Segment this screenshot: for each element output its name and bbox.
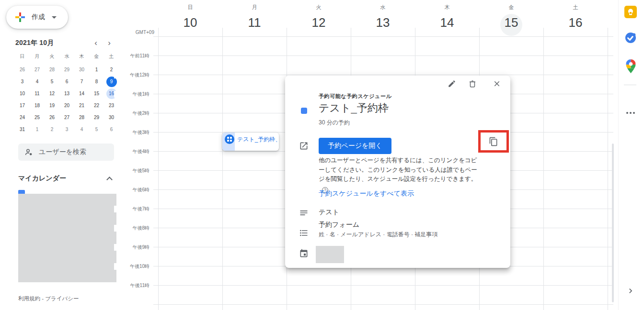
- booking-form-title: 予約フォーム: [319, 221, 359, 229]
- copy-icon: [489, 137, 498, 146]
- mini-calendar-date-number: 14: [77, 89, 87, 99]
- day-number-label: 16: [543, 15, 608, 30]
- grid-hour-line: [153, 304, 613, 305]
- mini-calendar-date[interactable]: 3: [15, 76, 30, 88]
- mini-calendar-date[interactable]: 28: [74, 111, 89, 123]
- get-addons-button[interactable]: [624, 107, 637, 116]
- mini-calendar-date[interactable]: 17: [15, 100, 30, 111]
- maps-icon[interactable]: [626, 59, 638, 72]
- mini-calendar-date-number: 4: [77, 124, 87, 135]
- edit-button[interactable]: [447, 79, 457, 89]
- mini-calendar-date[interactable]: 11: [30, 88, 45, 100]
- share-description: 他のユーザーとページを共有するには、このリンクをコピーしてください。このリンクを…: [319, 156, 482, 193]
- grid-column-line: [543, 36, 544, 310]
- mini-calendar-date[interactable]: 15: [89, 88, 104, 100]
- mini-calendar-date[interactable]: 20: [59, 100, 74, 111]
- mini-calendar-date[interactable]: 1: [89, 64, 104, 76]
- create-button[interactable]: 作成: [6, 6, 68, 29]
- mini-calendar-date[interactable]: 10: [15, 88, 30, 100]
- mini-calendar-date[interactable]: 2: [45, 123, 59, 135]
- mini-calendar-date[interactable]: 29: [89, 111, 104, 123]
- mini-calendar-title: 2021年 10月: [15, 39, 54, 47]
- close-button[interactable]: [492, 79, 502, 89]
- redacted-calendar-name: [316, 246, 344, 263]
- mini-calendar-date[interactable]: 12: [45, 88, 59, 100]
- mini-calendar-date[interactable]: 4: [30, 76, 45, 88]
- close-x-icon: [493, 79, 501, 88]
- terms-privacy-links[interactable]: 利用規約 - プライバシー: [18, 295, 79, 302]
- calendar-scrollbar[interactable]: [612, 144, 614, 302]
- day-header-火[interactable]: 火12: [287, 0, 351, 36]
- day-name-label: 土: [543, 4, 608, 11]
- mini-calendar-date[interactable]: 3: [59, 123, 74, 135]
- mini-calendar-date-number: 28: [47, 65, 58, 75]
- chevron-down-icon: [52, 16, 57, 19]
- day-number-label: 10: [158, 15, 222, 30]
- keep-icon[interactable]: [624, 6, 637, 18]
- grid-hour-line: [153, 36, 613, 37]
- user-search-input[interactable]: ユーザーを検索: [18, 144, 114, 161]
- mini-calendar-date[interactable]: 5: [89, 123, 104, 135]
- mini-calendar-prev-button[interactable]: ‹: [90, 38, 102, 49]
- mini-calendar-date[interactable]: 30: [74, 64, 89, 76]
- mini-calendar-date-number: 15: [92, 89, 102, 99]
- mini-calendar-date[interactable]: 5: [45, 76, 59, 88]
- calendar-icon: [299, 249, 309, 260]
- mini-calendar-date-number: 12: [47, 89, 58, 99]
- mini-calendar-date[interactable]: 28: [45, 64, 59, 76]
- mini-calendar-date[interactable]: 26: [15, 64, 30, 76]
- mini-calendar-next-button[interactable]: ›: [104, 38, 115, 49]
- mini-calendar-date[interactable]: 27: [59, 111, 74, 123]
- mini-calendar-date[interactable]: 24: [15, 111, 30, 123]
- delete-button[interactable]: [468, 79, 477, 89]
- mini-calendar-date[interactable]: 26: [45, 111, 59, 123]
- event-chip-appointment-schedule[interactable]: テスト_予約枠、: [222, 133, 279, 151]
- mini-calendar-date[interactable]: 21: [74, 100, 89, 111]
- hour-label: 午後9時: [114, 244, 153, 251]
- mini-calendar-date[interactable]: 4: [74, 123, 89, 135]
- day-name-label: 日: [158, 4, 222, 11]
- open-booking-page-button[interactable]: 予約ページを開く: [319, 138, 391, 154]
- mini-calendar-date-number: 26: [47, 112, 58, 123]
- day-header-土[interactable]: 土16: [543, 0, 608, 36]
- day-header-月[interactable]: 月11: [222, 0, 287, 36]
- mini-calendar-date[interactable]: 27: [30, 64, 45, 76]
- mini-calendar-date[interactable]: 1: [30, 123, 45, 135]
- tasks-icon[interactable]: [624, 32, 637, 44]
- mini-calendar-date[interactable]: 6: [59, 76, 74, 88]
- mini-calendar-date[interactable]: 13: [59, 88, 74, 100]
- day-number-label: 15: [479, 15, 543, 30]
- mini-calendar-date[interactable]: 29: [59, 64, 74, 76]
- show-all-schedules-link[interactable]: 予約スケジュールをすべて表示: [319, 189, 414, 198]
- mini-calendar-date[interactable]: 25: [30, 111, 45, 123]
- mini-calendar-date[interactable]: 22: [89, 100, 104, 111]
- day-name-label: 木: [415, 4, 479, 11]
- mini-calendar-date[interactable]: 14: [74, 88, 89, 100]
- mini-calendar-date-number: 21: [77, 100, 87, 111]
- mini-calendar-date[interactable]: 8: [89, 76, 104, 88]
- day-header-金[interactable]: 金15: [479, 0, 543, 36]
- day-header-日[interactable]: 日10: [158, 0, 222, 36]
- mini-calendar-date[interactable]: 7: [74, 76, 89, 88]
- open-in-new-icon: [299, 141, 309, 153]
- side-panel-divider: [624, 85, 636, 85]
- copy-link-button[interactable]: [489, 137, 498, 146]
- description-icon: [299, 208, 309, 220]
- mini-calendar-day-header: 金: [89, 49, 104, 64]
- dialog-type-label: 予約可能な予約スケジュール: [319, 93, 391, 100]
- mini-calendar-day-header: 水: [59, 49, 74, 64]
- mini-calendar-date[interactable]: 18: [30, 100, 45, 111]
- mini-calendar-date-number: 25: [32, 112, 43, 123]
- pencil-icon: [448, 79, 456, 88]
- user-search-placeholder: ユーザーを検索: [39, 148, 86, 156]
- hide-side-panel-chevron[interactable]: [626, 286, 635, 296]
- hour-label: 午後6時: [114, 187, 153, 193]
- day-header-水[interactable]: 水13: [351, 0, 415, 36]
- day-header-木[interactable]: 木14: [415, 0, 479, 36]
- mini-calendar-date[interactable]: 19: [45, 100, 59, 111]
- grid-hour-line: [153, 55, 613, 56]
- chevron-up-icon[interactable]: [106, 177, 113, 183]
- mini-calendar-date-number: 31: [17, 124, 28, 135]
- mini-calendar-date[interactable]: 31: [15, 123, 30, 135]
- hour-label: 午後8時: [114, 225, 153, 232]
